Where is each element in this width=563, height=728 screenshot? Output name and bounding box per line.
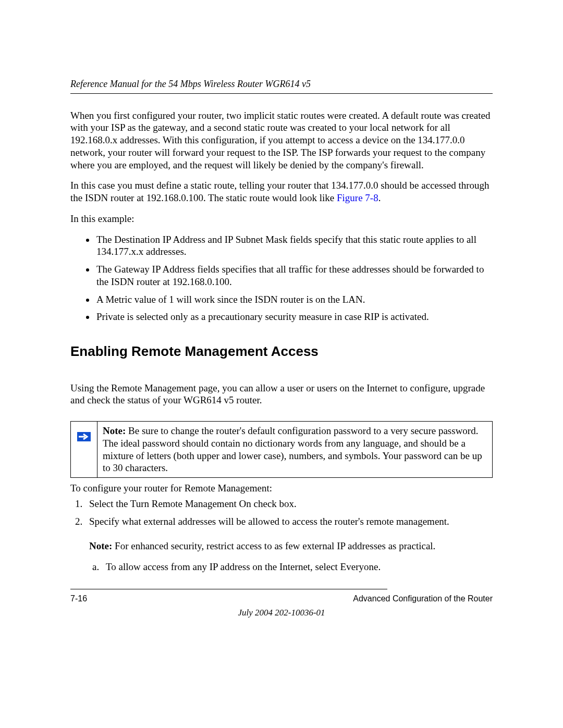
- section-label: Advanced Configuration of the Router: [353, 594, 493, 604]
- para-text: .: [378, 192, 381, 203]
- body-paragraph: In this example:: [70, 213, 493, 225]
- note-label: Note:: [103, 425, 126, 436]
- header-rule: [70, 93, 493, 94]
- running-header: Reference Manual for the 54 Mbps Wireles…: [70, 78, 493, 90]
- body-paragraph: To configure your router for Remote Mana…: [70, 482, 493, 495]
- list-item: A Metric value of 1 will work since the …: [95, 293, 493, 306]
- arrow-right-icon: [77, 432, 91, 441]
- note-label: Note:: [89, 540, 112, 551]
- body-paragraph: When you first configured your router, t…: [70, 109, 493, 171]
- list-item: The Destination IP Address and IP Subnet…: [95, 233, 493, 258]
- figure-link[interactable]: Figure 7-8: [337, 192, 378, 203]
- list-item: To allow access from any IP address on t…: [102, 561, 493, 573]
- step-note: Note: For enhanced security, restrict ac…: [89, 540, 493, 552]
- bullet-list: The Destination IP Address and IP Subnet…: [70, 233, 493, 324]
- section-heading: Enabling Remote Management Access: [70, 343, 493, 360]
- note-callout: Note: Be sure to change the router's def…: [70, 421, 493, 478]
- list-item: Specify what external addresses will be …: [85, 515, 493, 573]
- step-text: Specify what external addresses will be …: [89, 516, 449, 527]
- list-item: The Gateway IP Address fields specifies …: [95, 263, 493, 288]
- page-number: 7-16: [70, 594, 87, 604]
- para-text: In this case you must define a static ro…: [70, 180, 489, 203]
- footer-row: 7-16 Advanced Configuration of the Route…: [70, 594, 493, 604]
- note-body: Be sure to change the router's default c…: [103, 425, 482, 473]
- list-item: Private is selected only as a precaution…: [95, 311, 493, 323]
- body-paragraph: Using the Remote Management page, you ca…: [70, 382, 493, 407]
- document-page: Reference Manual for the 54 Mbps Wireles…: [0, 0, 563, 644]
- note-icon-cell: [71, 422, 97, 478]
- ordered-steps: Select the Turn Remote Management On che…: [70, 498, 493, 573]
- footer-date: July 2004 202-10036-01: [70, 607, 493, 618]
- footer-rule: [70, 589, 387, 589]
- list-item: Select the Turn Remote Management On che…: [85, 498, 493, 510]
- note-text-cell: Note: Be sure to change the router's def…: [97, 422, 493, 478]
- ordered-substeps: To allow access from any IP address on t…: [89, 561, 493, 573]
- body-paragraph: In this case you must define a static ro…: [70, 179, 493, 204]
- note-body: For enhanced security, restrict access t…: [112, 540, 435, 551]
